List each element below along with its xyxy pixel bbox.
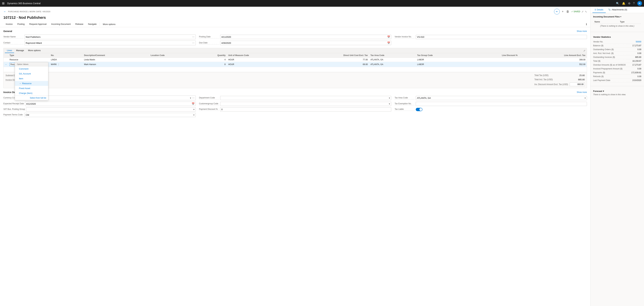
waffle-icon[interactable]: ⊞ (2, 1, 4, 5)
expand-button[interactable]: ⤢ (582, 10, 584, 13)
tax-exemption-value[interactable] (416, 102, 587, 106)
vendor-name-dots[interactable]: ··· (192, 35, 194, 38)
delete-button[interactable]: 🗑 (566, 9, 570, 14)
department-dropdown-icon[interactable]: ▾ (389, 97, 390, 99)
contact-input[interactable] (26, 42, 191, 44)
customergroup-code-input[interactable] (222, 103, 388, 105)
tax-area-code-value[interactable]: ▾ (416, 96, 587, 100)
vat-bus-value[interactable]: ▾ (26, 107, 196, 111)
currency-code-input[interactable] (26, 97, 189, 99)
forecast-section: Forecast ▾ There is nothing to show in t… (590, 87, 644, 98)
vendor-stats-rows: Vendor No. 50000 Balance ($) 17,273.87 O… (593, 40, 641, 82)
payment-discount-input[interactable] (222, 108, 390, 111)
totals-left: Subtotal Excl. Tax 860.00 Invoice Discou… (6, 74, 534, 82)
dropdown-option-comment[interactable]: Comment (15, 66, 48, 71)
calendar-icon[interactable]: 📅 (387, 35, 390, 38)
vat-bus-input[interactable] (27, 108, 193, 111)
vendor-name-input[interactable] (26, 36, 191, 38)
payment-terms-value[interactable]: ▾ (24, 113, 196, 117)
tax-liable-toggle[interactable] (416, 108, 422, 111)
dropdown-option-item[interactable]: Item (15, 76, 48, 81)
tab-navigate[interactable]: Navigate (86, 21, 99, 27)
edit-button[interactable]: ✏ (554, 9, 560, 14)
vendor-stat-row: Outstanding Invoices ($) 885.80 (593, 55, 641, 59)
expected-receipt-value[interactable]: 📅 (25, 102, 196, 106)
payment-terms-dropdown-icon[interactable]: ▾ (193, 114, 194, 116)
right-tab-details[interactable]: ℹ Details (592, 7, 606, 13)
due-date-calendar-icon[interactable]: 📅 (387, 41, 390, 44)
contact-value[interactable]: ··· (24, 40, 196, 45)
tab-release[interactable]: Release (73, 21, 86, 27)
total-tax-row: Total Tax (USD) 25.80 (534, 74, 585, 77)
row-menu-button[interactable]: ⋮ (57, 63, 60, 65)
add-button[interactable]: + (561, 9, 564, 14)
due-date-input[interactable] (222, 42, 387, 44)
right-tab-attachments[interactable]: 📎 Attachments (0) (606, 7, 630, 13)
info-button[interactable]: ℹ (586, 23, 587, 26)
forecast-title[interactable]: Forecast ▾ (593, 90, 641, 92)
customergroup-code-value[interactable]: ▾ (220, 102, 392, 106)
tax-area-code-input[interactable] (417, 97, 584, 99)
tab-lines-more-options[interactable]: More options (26, 48, 43, 53)
search-icon[interactable]: 🔍 (616, 2, 619, 5)
invoice-details-show-more[interactable]: Show more (577, 91, 587, 93)
vendor-stat-row: Overdue Amounts ($) as of 04/06/20 17,27… (593, 63, 641, 67)
vendor-invoice-value[interactable] (416, 35, 587, 39)
lines-tabs: Lines Manage More options ⤢ (4, 48, 587, 53)
payment-terms-input[interactable] (26, 114, 193, 116)
row1-tax-area: ATLANTA, GA (369, 58, 416, 62)
tab-incoming-document[interactable]: Incoming Document (49, 21, 73, 27)
dropdown-option-charge-item[interactable]: Charge (Item) (15, 91, 48, 96)
currency-dots[interactable]: ··· (192, 96, 194, 99)
vendor-invoice-field: Vendor Invoice No. (394, 34, 587, 39)
expected-receipt-calendar-icon[interactable]: 📅 (192, 102, 194, 105)
posting-date-value[interactable]: 📅 (220, 35, 392, 39)
incoming-docs-title[interactable]: Incoming Document Files ▾ (593, 15, 641, 18)
tab-invoice[interactable]: Invoice (3, 21, 15, 27)
payment-discount-value[interactable] (220, 107, 392, 111)
department-code-value[interactable]: ▾ (220, 96, 392, 100)
due-date-value[interactable]: 📅 (220, 41, 392, 45)
tab-lines[interactable]: Lines (5, 48, 14, 53)
dropdown-option-resource[interactable]: → Resource (15, 81, 48, 86)
balance-value: 17,273.87 (632, 44, 641, 47)
tab-manage[interactable]: Manage (14, 48, 26, 53)
tax-area-dropdown-icon[interactable]: ▾ (584, 97, 586, 99)
posting-date-input[interactable] (222, 36, 387, 38)
department-code-input[interactable] (222, 97, 388, 99)
dropdown-option-fixed-asset[interactable]: Fixed Asset (15, 86, 48, 91)
more-options-button[interactable]: More options (100, 22, 118, 27)
tab-posting[interactable]: Posting (15, 21, 27, 27)
invoice-details-header: Invoice Details Show more (3, 91, 587, 94)
avatar[interactable]: IK (637, 1, 642, 6)
dropdown-option-gl-account[interactable]: G/L Account (15, 71, 48, 76)
currency-code-value[interactable]: ▾ ··· (24, 96, 196, 100)
expected-receipt-input[interactable] (26, 103, 191, 105)
row1-quantity: 4 (196, 58, 227, 62)
customergroup-dropdown-icon[interactable]: ▾ (389, 103, 390, 105)
vendor-invoice-input[interactable] (417, 36, 586, 38)
settings-icon[interactable]: ⚙ (628, 2, 630, 5)
contact-dots[interactable]: ··· (192, 41, 194, 44)
lines-expand-button[interactable]: ⤢ (584, 49, 586, 52)
back-button[interactable]: ← (3, 10, 6, 13)
tax-liable-field: Tax Liable (394, 107, 587, 111)
vat-bus-dropdown-icon[interactable]: ▾ (193, 108, 194, 111)
collapse-button[interactable]: ⤡ (585, 10, 587, 13)
general-show-more[interactable]: Show more (577, 30, 587, 32)
vendor-stat-row: Amt. Rcd. Not Invd. ($) 0.00 (593, 51, 641, 55)
dropdown-select-full-list[interactable]: Select from full list (15, 96, 48, 100)
tab-request-approval[interactable]: Request Approval (27, 21, 49, 27)
row1-line-disc (467, 58, 519, 62)
refunds-value: 0.00 (638, 75, 641, 78)
notification-icon[interactable]: 🔔 (622, 2, 625, 5)
inv-discount-input[interactable] (570, 82, 585, 86)
col-type: Type (619, 20, 641, 24)
table-row[interactable]: → Resource ▾ MARK ⋮ Mark (4, 62, 587, 67)
tax-exemption-input[interactable] (417, 103, 586, 105)
currency-dropdown-icon[interactable]: ▾ (190, 97, 191, 99)
row1-unit-cost: 77.00 (293, 58, 369, 62)
help-icon[interactable]: ? (633, 2, 634, 5)
vendor-name-value[interactable]: ··· (24, 34, 196, 39)
totals-right: Total Tax (USD) 25.80 Total Incl. Tax (U… (534, 74, 585, 87)
